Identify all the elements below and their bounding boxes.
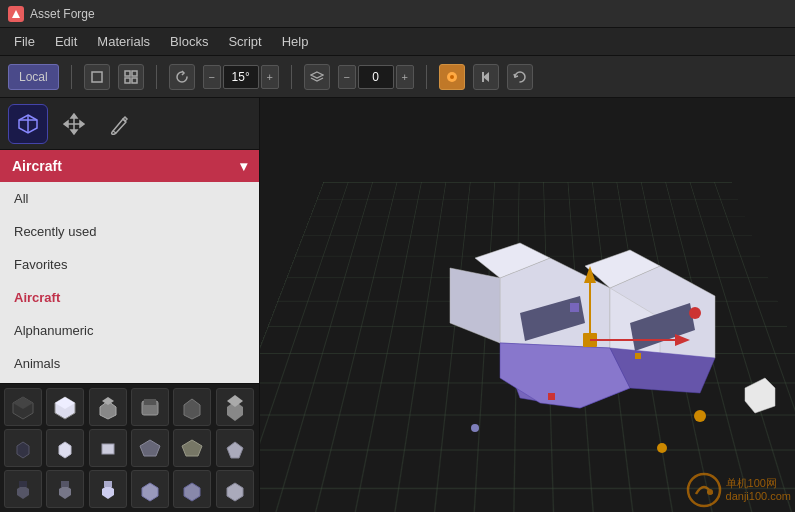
asset-cell[interactable]: [89, 388, 127, 426]
prev-frame-icon[interactable]: [473, 64, 499, 90]
svg-rect-10: [482, 72, 484, 82]
menu-item-materials[interactable]: Materials: [87, 30, 160, 53]
category-item-aircraft[interactable]: Aircraft: [0, 281, 259, 314]
local-button[interactable]: Local: [8, 64, 59, 90]
svg-point-67: [471, 424, 479, 432]
watermark-line1: 单机100网: [726, 477, 791, 490]
svg-marker-44: [184, 483, 200, 501]
svg-point-8: [450, 75, 454, 79]
category-dropdown[interactable]: Aircraft ▾: [0, 150, 259, 182]
asset-cell[interactable]: [131, 429, 169, 467]
app-title: Asset Forge: [30, 7, 95, 21]
svg-marker-43: [142, 483, 158, 501]
svg-marker-36: [227, 442, 243, 458]
category-list: AllRecently usedFavoritesAircraftAlphanu…: [0, 182, 259, 383]
asset-cell[interactable]: [173, 429, 211, 467]
svg-marker-34: [140, 440, 160, 456]
svg-marker-32: [59, 442, 71, 458]
svg-marker-0: [12, 10, 20, 18]
move-tool[interactable]: [54, 104, 94, 144]
svg-rect-59: [570, 303, 579, 312]
asset-cell[interactable]: [46, 388, 84, 426]
asset-cell[interactable]: [131, 388, 169, 426]
menu-item-blocks[interactable]: Blocks: [160, 30, 218, 53]
category-item-alphanumeric[interactable]: Alphanumeric: [0, 314, 259, 347]
asset-cell[interactable]: [216, 429, 254, 467]
svg-marker-18: [64, 121, 68, 127]
title-bar: Asset Forge: [0, 0, 795, 28]
rotate-counter: − +: [203, 65, 279, 89]
rotate-plus[interactable]: +: [261, 65, 279, 89]
svg-rect-64: [548, 393, 555, 400]
svg-rect-2: [125, 71, 130, 76]
svg-marker-31: [17, 442, 29, 458]
viewport[interactable]: 单机100网 danji100.com: [260, 98, 795, 512]
asset-cell[interactable]: [89, 429, 127, 467]
watermark-line2: danji100.com: [726, 490, 791, 503]
layers-counter: − +: [338, 65, 414, 89]
svg-point-70: [688, 474, 720, 506]
svg-point-71: [707, 489, 713, 495]
asset-cell[interactable]: [216, 388, 254, 426]
asset-grid: [0, 383, 259, 512]
rotate-value[interactable]: [223, 65, 259, 89]
asset-cell[interactable]: [173, 470, 211, 508]
toolbar: Local − + − +: [0, 56, 795, 98]
svg-marker-6: [311, 72, 323, 78]
svg-marker-35: [182, 440, 202, 456]
left-panel: Aircraft ▾ AllRecently usedFavoritesAirc…: [0, 98, 260, 512]
svg-marker-28: [184, 399, 200, 419]
svg-rect-4: [125, 78, 130, 83]
asset-cell[interactable]: [46, 429, 84, 467]
asset-cell[interactable]: [173, 388, 211, 426]
svg-rect-5: [132, 78, 137, 83]
layers-minus[interactable]: −: [338, 65, 356, 89]
toolbar-sep-3: [291, 65, 292, 89]
block-tool[interactable]: [8, 104, 48, 144]
menu-item-file[interactable]: File: [4, 30, 45, 53]
asset-cell[interactable]: [46, 470, 84, 508]
render-icon[interactable]: [439, 64, 465, 90]
snap-square-icon[interactable]: [84, 64, 110, 90]
toolbar-sep-4: [426, 65, 427, 89]
svg-marker-17: [71, 130, 77, 134]
rotate-minus[interactable]: −: [203, 65, 221, 89]
asset-cell[interactable]: [131, 470, 169, 508]
category-item-all[interactable]: All: [0, 182, 259, 215]
svg-marker-37: [17, 485, 29, 499]
app-icon: [8, 6, 24, 22]
svg-point-54: [689, 307, 701, 319]
menu-item-help[interactable]: Help: [272, 30, 319, 53]
rotate-icon[interactable]: [169, 64, 195, 90]
paint-tool[interactable]: [100, 104, 140, 144]
category-item-recently-used[interactable]: Recently used: [0, 215, 259, 248]
menu-item-script[interactable]: Script: [218, 30, 271, 53]
layers-value[interactable]: [358, 65, 394, 89]
panel-toolbar: [0, 98, 259, 150]
svg-rect-1: [92, 72, 102, 82]
svg-rect-33: [102, 444, 114, 454]
asset-cell[interactable]: [4, 470, 42, 508]
asset-cell[interactable]: [216, 470, 254, 508]
asset-cell[interactable]: [4, 388, 42, 426]
menu-item-edit[interactable]: Edit: [45, 30, 87, 53]
toolbar-sep-1: [71, 65, 72, 89]
asset-cell[interactable]: [89, 470, 127, 508]
svg-marker-19: [80, 121, 84, 127]
svg-rect-68: [635, 353, 641, 359]
layers-plus[interactable]: +: [396, 65, 414, 89]
svg-point-66: [657, 443, 667, 453]
svg-marker-69: [745, 378, 775, 413]
reset-icon[interactable]: [507, 64, 533, 90]
toolbar-sep-2: [156, 65, 157, 89]
svg-rect-40: [61, 481, 69, 487]
viewport-scene: [260, 98, 795, 512]
svg-marker-45: [227, 483, 243, 501]
asset-cell[interactable]: [4, 429, 42, 467]
layers-icon[interactable]: [304, 64, 330, 90]
snap-grid-icon[interactable]: [118, 64, 144, 90]
category-item-animals[interactable]: Animals: [0, 347, 259, 380]
category-label: Aircraft: [12, 158, 62, 174]
category-item-favorites[interactable]: Favorites: [0, 248, 259, 281]
svg-marker-39: [59, 485, 71, 499]
